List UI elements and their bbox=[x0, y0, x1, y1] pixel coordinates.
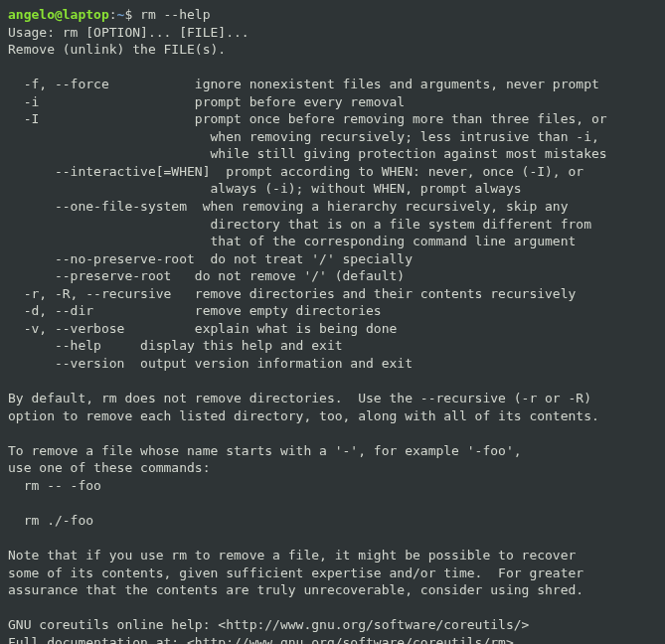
output-dashfile2: use one of these commands: bbox=[8, 460, 211, 475]
output-opt-dir: -d, --dir remove empty directories bbox=[8, 303, 382, 318]
output-default2: option to remove each listed directory, … bbox=[8, 408, 599, 423]
output-opt-I: -I prompt once before removing more than… bbox=[8, 111, 607, 126]
prompt-dollar: $ bbox=[124, 7, 140, 22]
output-opt-onefs2: directory that is on a file system diffe… bbox=[8, 217, 591, 232]
output-opt-recursive: -r, -R, --recursive remove directories a… bbox=[8, 286, 576, 301]
output-opt-preserve: --preserve-root do not remove '/' (defau… bbox=[8, 268, 405, 283]
output-opt-interactive2: always (-i); without WHEN, prompt always bbox=[8, 181, 522, 196]
output-opt-interactive: --interactive[=WHEN] prompt according to… bbox=[8, 164, 583, 179]
output-note1: Note that if you use rm to remove a file… bbox=[8, 548, 576, 563]
output-opt-help: --help display this help and exit bbox=[8, 338, 343, 353]
output-dashfile3: rm -- -foo bbox=[8, 478, 101, 493]
output-opt-nopreserve: --no-preserve-root do not treat '/' spec… bbox=[8, 251, 413, 266]
output-usage: Usage: rm [OPTION]... [FILE]... bbox=[8, 25, 249, 40]
output-help1: GNU coreutils online help: <http://www.g… bbox=[8, 617, 529, 632]
output-help2: Full documentation at: <http://www.gnu.o… bbox=[8, 635, 514, 644]
command-input[interactable]: rm --help bbox=[140, 7, 210, 22]
output-opt-onefs3: that of the corresponding command line a… bbox=[8, 234, 576, 248]
output-opt-i: -i prompt before every removal bbox=[8, 94, 405, 109]
output-dashfile1: To remove a file whose name starts with … bbox=[8, 443, 522, 458]
output-opt-I3: while still giving protection against mo… bbox=[8, 146, 607, 161]
prompt-colon: : bbox=[109, 7, 117, 22]
output-opt-version: --version output version information and… bbox=[8, 356, 413, 371]
output-opt-force: -f, --force ignore nonexistent files and… bbox=[8, 77, 599, 91]
output-dashfile4: rm ./-foo bbox=[8, 513, 93, 528]
output-opt-I2: when removing recursively; less intrusiv… bbox=[8, 129, 599, 144]
output-default1: By default, rm does not remove directori… bbox=[8, 391, 591, 405]
prompt-user: angelo@laptop bbox=[8, 7, 109, 22]
output-opt-onefs: --one-file-system when removing a hierar… bbox=[8, 199, 569, 214]
output-note3: assurance that the contents are truly un… bbox=[8, 582, 583, 597]
output-desc: Remove (unlink) the FILE(s). bbox=[8, 42, 226, 57]
output-note2: some of its contents, given sufficient e… bbox=[8, 565, 583, 580]
output-opt-verbose: -v, --verbose explain what is being done bbox=[8, 321, 397, 336]
